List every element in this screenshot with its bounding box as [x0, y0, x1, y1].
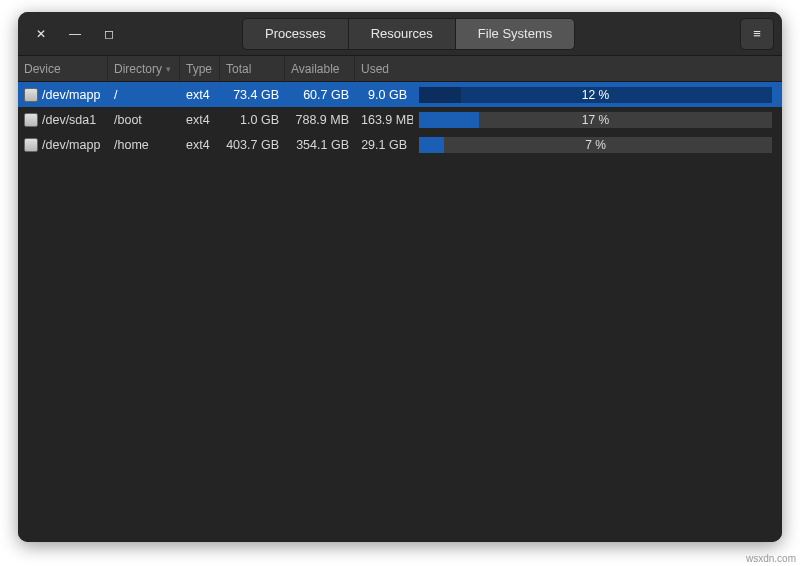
col-total-label: Total — [226, 62, 251, 76]
cell-usage-bar: 7 % — [413, 137, 782, 153]
table-body: /dev/mapp/ext473.4 GB60.7 GB9.0 GB12 %/d… — [18, 82, 782, 542]
col-device[interactable]: Device — [18, 56, 108, 81]
table-header: Device Directory ▾ Type Total Available … — [18, 56, 782, 82]
cell-available: 60.7 GB — [285, 88, 355, 102]
disk-icon — [24, 88, 38, 102]
cell-type: ext4 — [180, 88, 220, 102]
cell-directory: /boot — [108, 113, 180, 127]
disk-icon — [24, 138, 38, 152]
cell-used: 9.0 GB — [355, 88, 413, 102]
watermark: wsxdn.com — [746, 553, 796, 564]
cell-type: ext4 — [180, 138, 220, 152]
view-tabs: Processes Resources File Systems — [242, 18, 575, 50]
cell-directory: /home — [108, 138, 180, 152]
table-row[interactable]: /dev/mapp/ext473.4 GB60.7 GB9.0 GB12 % — [18, 82, 782, 107]
cell-used: 163.9 MB — [355, 113, 413, 127]
cell-device: /dev/mapp — [18, 138, 108, 152]
col-used-bar[interactable] — [413, 56, 782, 81]
col-total[interactable]: Total — [220, 56, 285, 81]
sort-indicator-icon: ▾ — [166, 64, 171, 74]
usage-bar-label: 7 % — [419, 137, 772, 153]
titlebar: ✕ — ◻ Processes Resources File Systems ≡ — [18, 12, 782, 56]
tab-file-systems[interactable]: File Systems — [455, 18, 575, 50]
cell-device: /dev/sda1 — [18, 113, 108, 127]
usage-bar-label: 12 % — [419, 87, 772, 103]
col-type-label: Type — [186, 62, 212, 76]
cell-total: 73.4 GB — [220, 88, 285, 102]
cell-total: 403.7 GB — [220, 138, 285, 152]
col-directory[interactable]: Directory ▾ — [108, 56, 180, 81]
cell-available: 788.9 MB — [285, 113, 355, 127]
col-available-label: Available — [291, 62, 339, 76]
col-device-label: Device — [24, 62, 61, 76]
col-used-label: Used — [361, 62, 389, 76]
tab-processes[interactable]: Processes — [242, 18, 349, 50]
hamburger-menu-icon[interactable]: ≡ — [740, 18, 774, 50]
usage-bar-track: 17 % — [419, 112, 772, 128]
tab-resources[interactable]: Resources — [348, 18, 456, 50]
table-row[interactable]: /dev/sda1/bootext41.0 GB788.9 MB163.9 MB… — [18, 107, 782, 132]
col-used[interactable]: Used — [355, 56, 413, 81]
close-icon[interactable]: ✕ — [26, 19, 56, 49]
col-directory-label: Directory — [114, 62, 162, 76]
disk-icon — [24, 113, 38, 127]
cell-used: 29.1 GB — [355, 138, 413, 152]
cell-device: /dev/mapp — [18, 88, 108, 102]
system-monitor-window: ✕ — ◻ Processes Resources File Systems ≡… — [18, 12, 782, 542]
col-available[interactable]: Available — [285, 56, 355, 81]
cell-total: 1.0 GB — [220, 113, 285, 127]
usage-bar-track: 12 % — [419, 87, 772, 103]
col-type[interactable]: Type — [180, 56, 220, 81]
table-row[interactable]: /dev/mapp/homeext4403.7 GB354.1 GB29.1 G… — [18, 132, 782, 157]
cell-directory: / — [108, 88, 180, 102]
usage-bar-label: 17 % — [419, 112, 772, 128]
minimize-icon[interactable]: — — [60, 19, 90, 49]
cell-usage-bar: 12 % — [413, 87, 782, 103]
cell-available: 354.1 GB — [285, 138, 355, 152]
usage-bar-track: 7 % — [419, 137, 772, 153]
maximize-icon[interactable]: ◻ — [94, 19, 124, 49]
cell-type: ext4 — [180, 113, 220, 127]
cell-usage-bar: 17 % — [413, 112, 782, 128]
